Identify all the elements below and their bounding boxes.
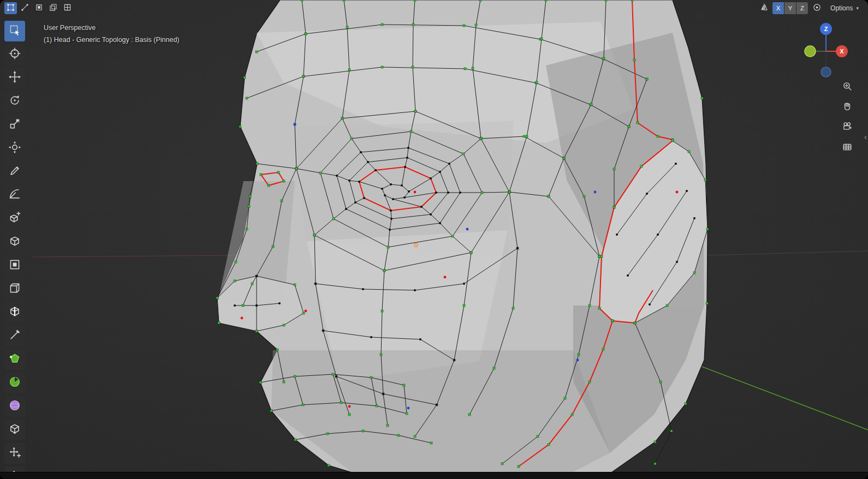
edge-slide-icon: [9, 423, 21, 437]
select-mode-edge-button[interactable]: [19, 2, 31, 14]
zoom-button[interactable]: [840, 80, 855, 95]
pan-button[interactable]: [840, 100, 855, 115]
object-info-label: (1) Head - Generic Topology : Basis (Pin…: [44, 34, 180, 46]
navigation-gizmo[interactable]: Z X: [799, 20, 854, 81]
shrink-fatten-icon: [9, 446, 21, 460]
edge-select-icon: [21, 3, 29, 14]
loop-cut-icon: [9, 306, 21, 320]
tool-inset-faces[interactable]: [4, 255, 25, 276]
select-mode-vertex-button[interactable]: [4, 2, 17, 14]
mirror-z-button[interactable]: Z: [796, 2, 808, 14]
mirror-button[interactable]: [757, 2, 770, 14]
chevron-down-icon: ▾: [856, 5, 859, 11]
tool-knife[interactable]: [4, 326, 25, 346]
tool-smooth[interactable]: [4, 396, 25, 417]
viewport-nav-controls: [840, 80, 855, 155]
bevel-icon: [9, 282, 21, 296]
shading-wireframe-button[interactable]: [61, 2, 74, 14]
tool-cursor[interactable]: [4, 44, 25, 65]
tool-sidebar: [4, 21, 26, 472]
xray-icon: [49, 3, 57, 14]
face-select-icon: [35, 3, 43, 14]
camera-view-button[interactable]: [840, 120, 855, 135]
grid-perspective-icon: [842, 142, 852, 154]
view-perspective-label: User Perspective: [44, 22, 180, 34]
extrude-icon: [9, 235, 21, 249]
region-collapse-chevron[interactable]: ‹: [864, 132, 867, 141]
mirror-x-button[interactable]: X: [772, 2, 784, 14]
viewport-overlay-text: User Perspective (1) Head - Generic Topo…: [44, 22, 180, 46]
tool-scale[interactable]: [4, 115, 25, 135]
axis-y-ball[interactable]: [805, 46, 816, 57]
wireframe-icon: [63, 3, 72, 14]
select-mode-group: [4, 2, 74, 14]
head-mesh-svg: [0, 0, 868, 472]
toggle-xray-button[interactable]: [47, 2, 60, 14]
spin-icon: [9, 376, 21, 390]
toggle-ortho-button[interactable]: [840, 140, 855, 155]
tool-measure[interactable]: [4, 185, 25, 206]
select-box-icon: [9, 24, 21, 38]
tool-loop-cut[interactable]: [4, 302, 25, 323]
mirror-axis-group: X Y Z: [772, 2, 808, 14]
options-dropdown[interactable]: Options ▾: [825, 2, 864, 14]
tool-move[interactable]: [4, 68, 25, 88]
pencil-icon: [9, 165, 21, 179]
knife-icon: [9, 329, 21, 343]
select-mode-face-button[interactable]: [33, 2, 45, 14]
mirror-y-button[interactable]: Y: [784, 2, 796, 14]
axis-negz-ball[interactable]: [821, 67, 831, 77]
move-icon: [9, 71, 21, 85]
proportional-editing-button[interactable]: [810, 2, 823, 14]
tool-poly-build[interactable]: [4, 349, 25, 370]
inset-faces-icon: [9, 259, 21, 273]
tool-rotate[interactable]: [4, 91, 25, 112]
measure-icon: [9, 188, 21, 202]
poly-build-icon: [9, 352, 21, 367]
axis-x-label: X: [840, 48, 844, 55]
vertex-select-icon: [7, 3, 15, 14]
camera-icon: [842, 122, 852, 134]
mirror-icon: [760, 3, 768, 13]
transform-icon: [9, 141, 21, 155]
options-label: Options: [830, 4, 853, 12]
tool-select-box[interactable]: [4, 21, 25, 41]
smooth-sphere-icon: [9, 399, 21, 414]
status-bar: [0, 472, 868, 479]
tool-bevel[interactable]: [4, 279, 25, 300]
tool-shrink-fatten[interactable]: [4, 443, 25, 464]
magnifier-plus-icon: [842, 81, 852, 93]
scale-icon: [9, 118, 21, 132]
viewport-3d[interactable]: User Perspective (1) Head - Generic Topo…: [0, 0, 868, 472]
rotate-icon: [9, 94, 21, 109]
tool-transform[interactable]: [4, 138, 25, 159]
hand-icon: [842, 101, 852, 113]
tool-extrude-region[interactable]: [4, 232, 25, 253]
header-right-controls: X Y Z Options ▾: [757, 2, 864, 14]
axis-z-label: Z: [824, 26, 828, 32]
cursor-icon: [9, 47, 21, 62]
tool-add-cube[interactable]: [4, 208, 25, 229]
blender-window: User Perspective (1) Head - Generic Topo…: [0, 0, 868, 479]
tool-annotate[interactable]: [4, 161, 25, 182]
tool-edge-slide[interactable]: [4, 420, 25, 440]
tool-spin[interactable]: [4, 373, 25, 393]
proportional-editing-icon: [813, 3, 821, 13]
add-cube-icon: [9, 212, 21, 226]
